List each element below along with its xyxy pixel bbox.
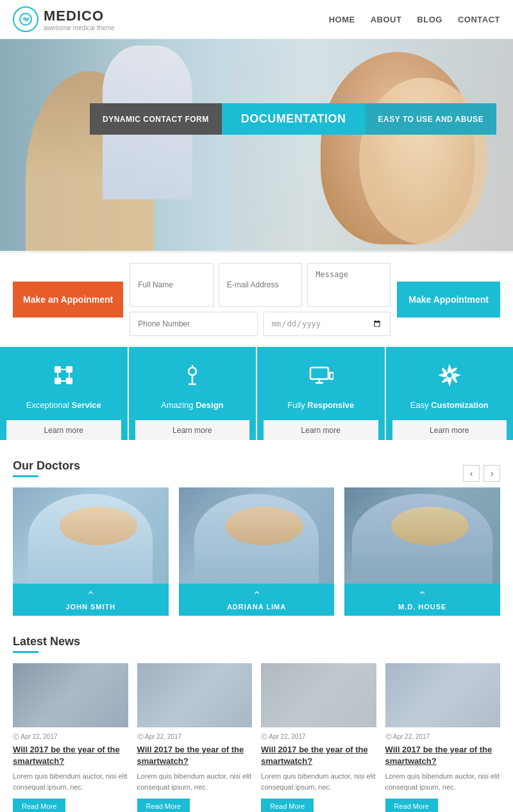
feature-customization-title: Easy Customization: [392, 400, 507, 410]
doctor-card-2: ⌃ M.D. HOUSE: [344, 487, 500, 616]
feature-service-link[interactable]: Learn more: [6, 420, 121, 440]
customization-icon: [392, 362, 507, 394]
doctors-title-area: Our Doctors: [13, 459, 80, 487]
news-section: Latest News Ⓒ Apr 22, 2017 Will 2017 be …: [0, 635, 513, 812]
easy-to-use-button[interactable]: EASY TO USE AND ABUSE: [366, 103, 497, 135]
clock-icon-1: Ⓒ: [137, 733, 144, 740]
doctors-nav-arrows: ‹ ›: [463, 465, 500, 482]
nav-contact[interactable]: CONTACT: [458, 15, 500, 24]
read-more-button-2[interactable]: Read More: [261, 799, 314, 812]
read-more-button-3[interactable]: Read More: [385, 799, 438, 812]
read-more-button-0[interactable]: Read More: [13, 799, 65, 812]
logo-subtitle: awesome medical theme: [44, 24, 115, 31]
news-excerpt-1: Lorem quis bibendum auctor, nisi elit co…: [137, 771, 253, 792]
news-grid: Ⓒ Apr 22, 2017 Will 2017 be the year of …: [13, 663, 500, 812]
logo-name: MEDICO: [44, 8, 104, 24]
doctor-name-0: JOHN SMITH: [18, 603, 164, 611]
clock-icon-3: Ⓒ: [385, 733, 392, 740]
nav-about[interactable]: ABOUT: [371, 15, 402, 24]
clock-icon-0: Ⓒ: [13, 733, 19, 740]
doctors-title-bar: [13, 475, 38, 477]
feature-customization-link[interactable]: Learn more: [392, 420, 507, 440]
feature-service-title: Exceptional Service: [6, 400, 121, 410]
news-image-0: [13, 663, 128, 727]
feature-design-link[interactable]: Learn more: [135, 420, 250, 440]
news-article-title-1: Will 2017 be the year of the smartwatch?: [137, 744, 253, 767]
features-section: Exceptional Service Learn more Amazing D…: [0, 346, 513, 440]
documentation-button[interactable]: DOCUMENTATION: [222, 103, 366, 135]
design-icon: [135, 362, 250, 394]
doctor-footer-1: ⌃ ADRIANA LIMA: [179, 584, 335, 616]
doctor-image-1: [179, 487, 335, 584]
message-input[interactable]: [307, 263, 391, 307]
appointment-inputs: [130, 263, 391, 336]
news-article-title-2: Will 2017 be the year of the smartwatch?: [261, 744, 376, 767]
responsive-icon: [264, 362, 378, 394]
nav-blog[interactable]: BLOG: [417, 15, 442, 24]
feature-design: Amazing Design Learn more: [129, 347, 258, 440]
news-date-0: Ⓒ Apr 22, 2017: [13, 732, 128, 741]
doctor-image-0: [13, 487, 169, 584]
news-card-3: Ⓒ Apr 22, 2017 Will 2017 be the year of …: [385, 663, 501, 812]
news-card-0: Ⓒ Apr 22, 2017 Will 2017 be the year of …: [13, 663, 128, 812]
news-excerpt-3: Lorem quis bibendum auctor, nisi elit co…: [385, 771, 501, 792]
service-icon: [6, 362, 121, 394]
hero-section: DYNAMIC CONTACT FORM DOCUMENTATION EASY …: [0, 39, 513, 251]
feature-design-title: Amazing Design: [135, 400, 250, 410]
news-excerpt-0: Lorem quis bibendum auctor, nisi elit co…: [13, 771, 128, 792]
doctors-header: Our Doctors ‹ ›: [13, 459, 500, 487]
news-excerpt-2: Lorem quis bibendum auctor, nisi elit co…: [261, 771, 376, 792]
appointment-bar: Make an Appoinment Make Appointment: [0, 251, 513, 346]
doctor-image-2: [344, 487, 500, 584]
make-appointment-label[interactable]: Make an Appoinment: [13, 282, 123, 317]
news-date-3: Ⓒ Apr 22, 2017: [385, 732, 501, 741]
doctor-footer-2: ⌃ M.D. HOUSE: [344, 584, 500, 616]
phone-input[interactable]: [130, 312, 258, 336]
feature-responsive: Fully Responsive Learn more: [257, 347, 386, 440]
dynamic-contact-form-button[interactable]: DYNAMIC CONTACT FORM: [90, 103, 222, 135]
news-title-bar: [13, 651, 38, 653]
feature-responsive-title: Fully Responsive: [264, 400, 378, 410]
hero-buttons: DYNAMIC CONTACT FORM DOCUMENTATION EASY …: [90, 103, 496, 135]
clock-icon-2: Ⓒ: [261, 733, 267, 740]
svg-rect-3: [55, 378, 61, 384]
logo-area: MEDICO awesome medical theme: [13, 6, 115, 32]
doctor-name-2: M.D. HOUSE: [349, 603, 495, 611]
feature-customization: Easy Customization Learn more: [386, 347, 514, 440]
doctors-next-button[interactable]: ›: [484, 465, 500, 482]
svg-rect-4: [66, 378, 72, 384]
news-image-3: [385, 663, 501, 727]
header: MEDICO awesome medical theme HOME ABOUT …: [0, 0, 513, 39]
doctors-prev-button[interactable]: ‹: [463, 465, 480, 482]
feature-service: Exceptional Service Learn more: [0, 347, 129, 440]
svg-point-17: [446, 372, 453, 378]
doctor-card-0: ⌃ JOHN SMITH: [13, 487, 169, 616]
news-article-title-3: Will 2017 be the year of the smartwatch?: [385, 744, 501, 767]
main-nav: HOME ABOUT BLOG CONTACT: [329, 15, 500, 24]
svg-rect-16: [330, 373, 333, 379]
logo-icon: [13, 6, 38, 32]
news-date-1: Ⓒ Apr 22, 2017: [137, 732, 253, 741]
svg-rect-13: [310, 368, 328, 379]
doctor-card-1: ⌃ ADRIANA LIMA: [179, 487, 335, 616]
make-appointment-button[interactable]: Make Appointment: [397, 282, 500, 317]
news-card-1: Ⓒ Apr 22, 2017 Will 2017 be the year of …: [137, 663, 253, 812]
doctors-grid: ⌃ JOHN SMITH ⌃ ADRIANA LIMA ⌃ M.D. HOUSE: [13, 487, 500, 616]
news-article-title-0: Will 2017 be the year of the smartwatch?: [13, 744, 128, 767]
feature-responsive-link[interactable]: Learn more: [264, 420, 378, 440]
svg-point-9: [189, 368, 196, 375]
news-card-2: Ⓒ Apr 22, 2017 Will 2017 be the year of …: [261, 663, 376, 812]
logo-text-area: MEDICO awesome medical theme: [44, 8, 115, 31]
news-image-1: [137, 663, 253, 727]
doctor-footer-0: ⌃ JOHN SMITH: [13, 584, 169, 616]
nav-home[interactable]: HOME: [329, 15, 355, 24]
read-more-button-1[interactable]: Read More: [137, 799, 190, 812]
email-input[interactable]: [219, 263, 303, 307]
appointment-date-input[interactable]: [263, 312, 391, 336]
doctors-section: Our Doctors ‹ › ⌃ JOHN SMITH ⌃: [0, 440, 513, 635]
svg-rect-2: [66, 366, 72, 373]
news-image-2: [261, 663, 376, 727]
news-date-2: Ⓒ Apr 22, 2017: [261, 732, 376, 741]
full-name-input[interactable]: [130, 263, 214, 307]
doctors-title: Our Doctors: [13, 459, 80, 473]
